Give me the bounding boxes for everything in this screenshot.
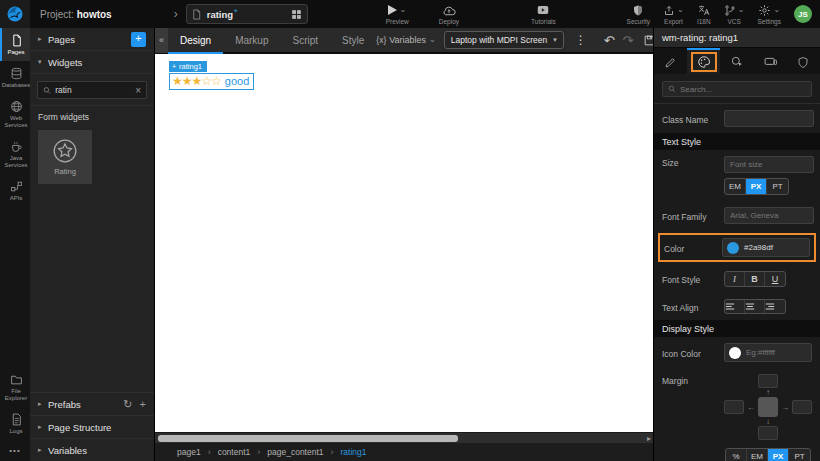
properties-search-box[interactable]: [662, 81, 812, 97]
pages-section-header[interactable]: ▸ Pages +: [30, 28, 154, 51]
unit-percent-button[interactable]: %: [726, 449, 747, 461]
user-avatar[interactable]: JS: [794, 5, 812, 23]
app-logo[interactable]: [0, 0, 30, 28]
margin-top-input[interactable]: [758, 374, 778, 388]
margin-left-input[interactable]: [724, 400, 744, 414]
unit-px-button[interactable]: PX: [768, 449, 789, 461]
rating-widget-body[interactable]: ★★★ ☆☆ good: [169, 73, 254, 90]
add-prefab-icon[interactable]: +: [140, 398, 146, 411]
tab-markup[interactable]: Markup: [223, 28, 280, 54]
tab-script[interactable]: Script: [281, 28, 331, 54]
icon-color-placeholder: Eg:#ffffff: [746, 348, 775, 357]
tab-style[interactable]: [687, 48, 720, 74]
breadcrumb-page-content1[interactable]: page_content1: [267, 447, 323, 457]
unit-em-button[interactable]: EM: [747, 449, 768, 461]
prefabs-section-header[interactable]: ▸ Prefabs ↻ +: [30, 392, 154, 415]
properties-search-input[interactable]: [680, 85, 790, 94]
widget-search-input[interactable]: [55, 85, 135, 95]
scrollbar-thumb[interactable]: [158, 435, 458, 442]
tab-security[interactable]: [787, 48, 820, 74]
sidebar-item-databases[interactable]: Databases: [0, 61, 30, 94]
undo-button[interactable]: ↶: [600, 34, 619, 47]
tab-events[interactable]: [720, 48, 753, 74]
rating-widget-tile[interactable]: Rating: [38, 130, 92, 184]
align-right-button[interactable]: [765, 300, 785, 313]
horizontal-scrollbar[interactable]: ▸: [155, 432, 653, 443]
device-selector-dropdown[interactable]: Laptop with MDPI Screen ▾: [444, 31, 564, 49]
text-style-section-header[interactable]: Text Style: [654, 133, 820, 150]
collapse-left-panel-button[interactable]: «: [155, 27, 168, 53]
breadcrumb-rating1[interactable]: rating1: [341, 447, 367, 457]
sidebar-item-file-explorer[interactable]: File Explorer: [0, 367, 30, 407]
sidebar-item-web-services[interactable]: Web Services: [0, 94, 30, 134]
vcs-button[interactable]: ⌄ VCS: [724, 4, 745, 25]
variables-section-header[interactable]: ▸ Variables: [30, 438, 154, 461]
align-left-button[interactable]: [725, 300, 745, 313]
underline-button[interactable]: U: [765, 272, 785, 286]
text-color-picker[interactable]: #2a98df: [722, 238, 810, 257]
filled-stars[interactable]: ★★★: [172, 74, 201, 88]
margin-bottom-input[interactable]: [758, 426, 778, 440]
security-button[interactable]: Security: [627, 4, 650, 25]
sidebar-item-label: File Explorer: [2, 388, 30, 402]
widget-search-box[interactable]: ×: [37, 81, 147, 99]
empty-stars[interactable]: ☆☆: [201, 74, 221, 88]
bold-button[interactable]: B: [745, 272, 765, 286]
margin-right-input[interactable]: [792, 400, 812, 414]
project-name: howtos: [77, 9, 112, 20]
unit-em-button[interactable]: EM: [725, 179, 746, 194]
redo-button[interactable]: ↷: [619, 34, 638, 47]
tutorials-button[interactable]: Tutorials: [531, 4, 556, 25]
font-size-input[interactable]: [724, 156, 814, 173]
class-name-input[interactable]: [724, 110, 814, 127]
color-swatch[interactable]: [727, 242, 739, 254]
display-style-section-header[interactable]: Display Style: [654, 320, 820, 337]
properties-panel-tabs: [654, 48, 820, 74]
caret-down-icon: ⌄: [677, 7, 684, 13]
tab-style[interactable]: Style: [330, 28, 376, 54]
settings-button[interactable]: ⌄ Settings: [758, 4, 782, 25]
vcs-label: VCS: [727, 18, 740, 25]
rating1-widget[interactable]: + rating1 ★★★ ☆☆ good: [169, 55, 254, 90]
design-canvas[interactable]: + rating1 ★★★ ☆☆ good: [155, 54, 653, 432]
icon-color-swatch[interactable]: [729, 347, 741, 359]
sidebar-item-logs[interactable]: Logs: [0, 407, 30, 440]
page-structure-section-header[interactable]: ▸ Page Structure: [30, 415, 154, 438]
sidebar-item-pages[interactable]: Pages: [0, 28, 30, 61]
current-page-selector[interactable]: rating *: [186, 4, 308, 24]
font-family-input[interactable]: [724, 207, 814, 224]
refresh-prefabs-icon[interactable]: ↻: [123, 398, 132, 411]
tab-device[interactable]: [754, 48, 787, 74]
unit-pt-button[interactable]: PT: [789, 449, 810, 461]
tab-properties[interactable]: [654, 48, 687, 74]
unit-px-button[interactable]: PX: [746, 179, 767, 194]
italic-button[interactable]: I: [725, 272, 745, 286]
page-grid-icon[interactable]: [290, 8, 303, 21]
icon-color-picker[interactable]: Eg:#ffffff: [724, 343, 812, 362]
unit-pt-button[interactable]: PT: [767, 179, 788, 194]
preview-button[interactable]: ⌄ Preview: [386, 4, 409, 25]
widgets-section-header[interactable]: ▾ Widgets: [30, 51, 154, 74]
breadcrumb-page1[interactable]: page1: [177, 447, 201, 457]
align-center-button[interactable]: [745, 300, 765, 313]
scroll-right-arrow-icon[interactable]: ▸: [647, 433, 651, 444]
canvas-more-menu-icon[interactable]: ⋮: [572, 33, 590, 47]
clear-search-icon[interactable]: ×: [135, 85, 141, 96]
add-page-button[interactable]: +: [131, 32, 146, 47]
breadcrumb-content1[interactable]: content1: [218, 447, 251, 457]
variables-menu-button[interactable]: {x} Variables ⌄: [376, 35, 436, 45]
sidebar-item-apis[interactable]: APIs: [0, 174, 30, 207]
tab-design[interactable]: Design: [168, 28, 223, 54]
sidebar-item-label: Pages: [7, 49, 24, 56]
i18n-button[interactable]: I18N: [697, 4, 711, 25]
prefabs-section-label: Prefabs: [48, 399, 81, 410]
move-handle-icon[interactable]: +: [172, 63, 176, 70]
selected-widget-label[interactable]: + rating1: [169, 61, 207, 72]
icon-bar-overflow[interactable]: •••: [0, 440, 30, 461]
sidebar-item-java-services[interactable]: Java Services: [0, 134, 30, 174]
arrow-up-icon: ↑: [766, 388, 770, 397]
selected-widget-title: wm-rating: rating1: [654, 28, 820, 48]
deploy-button[interactable]: Deploy: [439, 4, 459, 25]
export-button[interactable]: ⌄ Export: [663, 4, 684, 25]
caret-down-icon: ⌄: [773, 7, 780, 13]
